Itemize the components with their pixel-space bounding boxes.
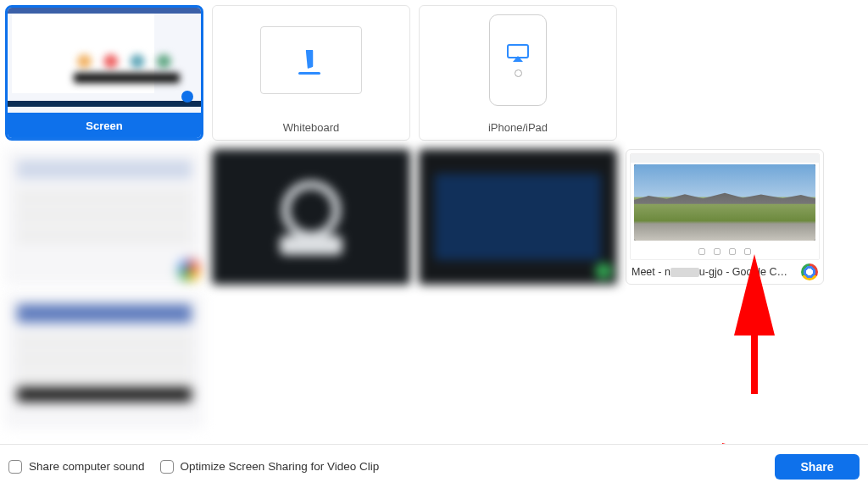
marker-icon <box>298 47 324 73</box>
tile-label: iPhone/iPad <box>420 114 616 140</box>
meet-label-prefix: Meet - n <box>632 266 670 278</box>
screen-thumbnail <box>8 8 201 113</box>
meet-window-thumbnail <box>630 153 820 260</box>
tile-window-blurred[interactable] <box>5 293 203 429</box>
tile-label: Screen <box>8 113 201 138</box>
checkbox-icon <box>8 460 22 474</box>
tile-window-blurred[interactable] <box>212 149 410 285</box>
chrome-icon <box>801 263 818 280</box>
share-button[interactable]: Share <box>775 454 860 480</box>
tile-window-blurred[interactable] <box>5 149 203 285</box>
grid-spacer <box>626 5 824 141</box>
iphone-thumbnail <box>420 6 616 114</box>
svg-rect-0 <box>508 45 528 58</box>
whiteboard-thumbnail <box>213 6 409 114</box>
tile-label: Meet - nu-gjo - Google C… <box>630 260 820 280</box>
airplay-icon <box>507 44 529 63</box>
footer-bar: Share computer sound Optimize Screen Sha… <box>0 444 868 488</box>
share-source-grid: Screen Whiteboard iPhone/iPad <box>0 0 868 429</box>
meet-label-suffix: u-gjo - Google C… <box>699 266 787 278</box>
redacted-segment <box>670 268 699 277</box>
share-button-label: Share <box>801 460 834 474</box>
tile-iphone-ipad[interactable]: iPhone/iPad <box>419 5 617 141</box>
checkbox-label: Optimize Screen Sharing for Video Clip <box>181 460 380 473</box>
tile-screen[interactable]: Screen <box>5 5 203 141</box>
tile-window-blurred[interactable] <box>419 149 617 285</box>
tile-whiteboard[interactable]: Whiteboard <box>212 5 410 141</box>
checkbox-optimize-video-clip[interactable]: Optimize Screen Sharing for Video Clip <box>160 460 380 474</box>
tile-google-meet-window[interactable]: Meet - nu-gjo - Google C… <box>626 149 824 285</box>
checkbox-icon <box>160 460 174 474</box>
home-button-icon <box>515 69 522 77</box>
tile-label: Whiteboard <box>213 114 409 140</box>
checkbox-label: Share computer sound <box>29 460 145 473</box>
checkbox-share-computer-sound[interactable]: Share computer sound <box>8 460 145 474</box>
